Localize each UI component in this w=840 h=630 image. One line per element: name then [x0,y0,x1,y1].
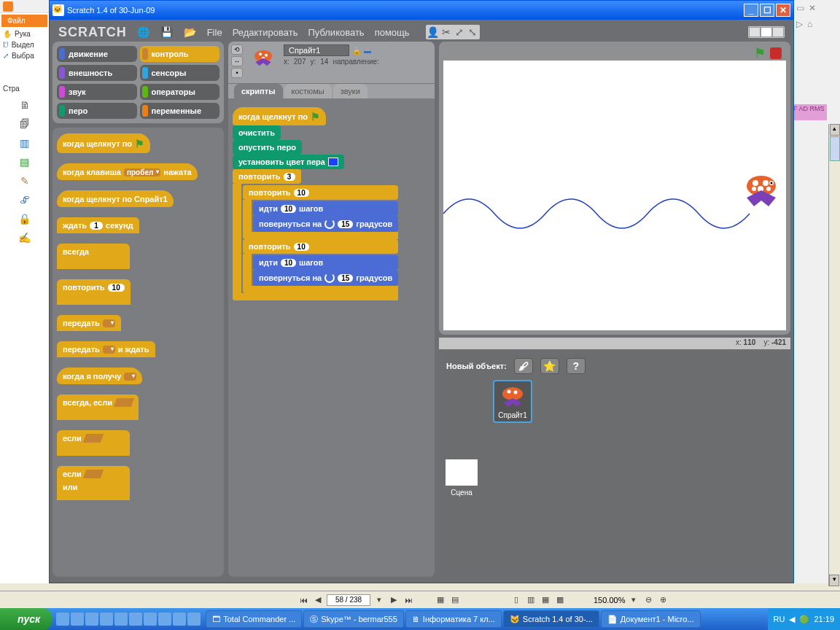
tab-sounds[interactable]: звуки [333,84,368,98]
tray-icon[interactable]: ◀ [789,615,795,624]
ql-icon[interactable] [129,612,142,626]
s-set-color[interactable]: установить цвет пера [233,155,344,169]
block-forever[interactable]: всегда [57,244,130,269]
title-bar[interactable]: 🐱 Scratch 1.4 of 30-Jun-09 _ ☐ ✕ [50,1,793,20]
tool-select[interactable]: IℐВыдел [0,39,49,50]
file-menu-button[interactable]: Файл [1,15,47,27]
s-repeat1[interactable]: повторить 10 [243,185,398,200]
tab-costumes[interactable]: костюмы [284,84,332,98]
shrink-icon[interactable]: ⤡ [466,26,479,39]
category-pen[interactable]: перо [57,103,137,119]
taskbar-task[interactable]: ⓈSkype™ - bermar555 [303,610,404,628]
toolbar-icon[interactable]: 🔒 [17,211,33,227]
system-tray[interactable]: RU ◀ 🟢 21:19 [768,608,840,630]
view-icon[interactable]: ▤ [449,595,461,605]
lock-icon[interactable]: 🔒 [352,47,361,55]
nav-dropdown[interactable]: ▾ [373,595,385,605]
zoom-out[interactable]: ⊖ [642,595,654,605]
category-variables[interactable]: переменные [140,103,220,119]
toolbar-icon[interactable]: 🗐 [17,116,33,132]
stop-button[interactable] [770,47,782,59]
block-when-key[interactable]: когда клавиша пробел нажата [57,163,198,180]
stamp-icon[interactable]: 👤 [427,26,440,39]
nav-prev[interactable]: ◀ [312,595,324,605]
choose-sprite[interactable]: ⭐ [540,358,559,374]
block-repeat[interactable]: повторить 10 [57,279,131,305]
menu-share[interactable]: Публиковать [308,27,364,38]
ql-icon[interactable] [173,612,186,626]
sprite-name-field[interactable] [284,44,349,56]
tool-pick[interactable]: ⤢Выбра [0,50,49,61]
save-icon[interactable]: 💾 [160,26,174,39]
block-forever-if[interactable]: всегда, если [57,394,139,420]
block-broadcast-wait[interactable]: передать и ждать [57,341,155,357]
block-when-sprite-clicked[interactable]: когда щелкнут по Спрайт1 [57,190,174,207]
stage-thumbnail[interactable]: Сцена [443,459,480,497]
view-icon[interactable]: ▦ [435,595,446,605]
scroll-up-icon[interactable]: ▴ [830,124,840,136]
taskbar-task[interactable]: 🗔Total Commander ... [206,610,302,628]
block-wait[interactable]: ждать 1 секунд [57,217,139,233]
ql-icon[interactable] [71,612,84,626]
toolbar-icon[interactable]: ▤ [17,154,33,170]
rotate-style-all[interactable]: ⟲ [231,44,243,55]
menu-help[interactable]: помощь [375,27,410,38]
nav-last[interactable]: ⏭ [402,595,414,605]
layout-icon[interactable]: ▩ [554,595,566,605]
block-broadcast[interactable]: передать [57,315,121,331]
category-sound[interactable]: звук [57,84,137,100]
s-repeat2[interactable]: повторить 10 [243,239,398,254]
script-stack[interactable]: когда щелкнут по ⚑ очистить опустить пер… [233,107,398,300]
block-when-receive[interactable]: когда я получу [57,368,142,384]
surprise-sprite[interactable]: ? [567,358,586,374]
menu-edit[interactable]: Редактировать [233,27,298,38]
start-button[interactable]: пуск [0,608,52,630]
scroll-down-icon[interactable]: ▾ [829,575,839,586]
zoom-dropdown[interactable]: ▾ [628,595,639,605]
ql-icon[interactable] [100,612,113,626]
block-if[interactable]: если [57,430,130,456]
tab-scripts[interactable]: скрипты [234,84,283,98]
taskbar-task-active[interactable]: 🐱Scratch 1.4 of 30-... [503,610,599,628]
ql-icon[interactable] [85,612,98,626]
category-motion[interactable]: движение [57,46,137,62]
minimize-button[interactable]: _ [744,4,758,17]
view-mode-toggle[interactable] [748,26,785,38]
menu-file[interactable]: File [207,27,222,38]
zoom-in[interactable]: ⊕ [657,595,669,605]
scroll-thumb[interactable] [830,136,840,161]
category-control[interactable]: контроль [140,46,220,62]
s-move1[interactable]: идти 10 шагов [253,201,398,216]
paint-new-sprite[interactable]: 🖌 [514,358,533,374]
layout-icon[interactable]: ▯ [510,595,522,605]
sprite-list-item[interactable]: Спрайт1 [493,380,532,423]
page-field[interactable] [327,594,370,606]
grow-icon[interactable]: ⤢ [453,26,466,39]
globe-icon[interactable]: 🌐 [137,26,150,39]
category-looks[interactable]: внешность [57,65,137,81]
tray-icon[interactable]: 🟢 [799,615,809,624]
s-pen-down[interactable]: опустить перо [233,140,302,155]
block-if-else[interactable]: если или [57,466,130,500]
ql-icon[interactable] [187,612,201,626]
s-clear[interactable]: очистить [233,125,281,140]
nav-first[interactable]: ⏮ [298,595,309,605]
toolbar-icon[interactable]: ✎ [17,173,33,189]
layout-icon[interactable]: ▥ [525,595,537,605]
ql-icon[interactable] [114,612,128,626]
cut-icon[interactable]: ✂ [440,26,453,39]
taskbar-task[interactable]: 📄Документ1 - Micro... [601,610,701,628]
maximize-button[interactable]: ☐ [760,4,774,17]
s-when-flag[interactable]: когда щелкнут по ⚑ [233,107,326,125]
close-button[interactable]: ✕ [776,4,790,17]
s-repeat-outer[interactable]: повторить 3 [233,169,301,184]
toolbar-icon[interactable]: 🖇 [17,192,33,208]
ql-icon[interactable] [144,612,157,626]
ql-icon[interactable] [158,612,171,626]
category-sensing[interactable]: сенсоры [140,65,220,81]
s-turn-l[interactable]: повернуться на 15 градусов [253,270,398,286]
nav-next[interactable]: ▶ [388,595,400,605]
s-turn-r[interactable]: повернуться на 15 градусов [253,216,398,232]
s-move2[interactable]: идти 10 шагов [253,255,398,270]
layout-icon[interactable]: ▦ [540,595,551,605]
